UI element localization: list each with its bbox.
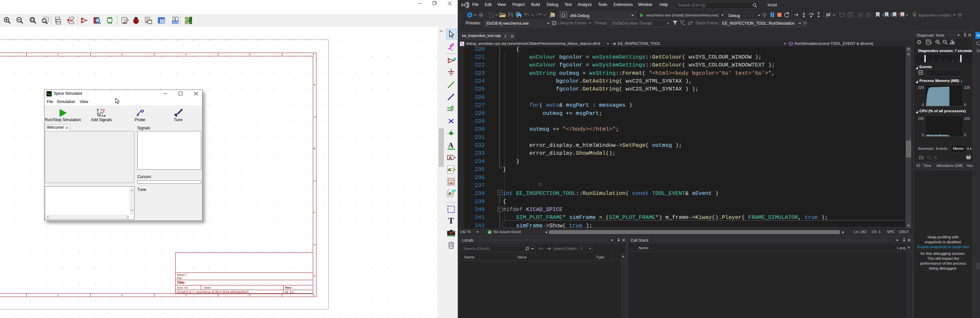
svg-text:A: A	[448, 168, 451, 172]
svg-text:A: A	[449, 155, 452, 160]
svg-text:A: A	[449, 192, 451, 196]
svg-text:A: A	[448, 141, 453, 149]
svg-text:V(t): V(t)	[100, 108, 105, 111]
svg-text:BOM: BOM	[173, 21, 180, 24]
svg-text:T: T	[448, 216, 454, 226]
